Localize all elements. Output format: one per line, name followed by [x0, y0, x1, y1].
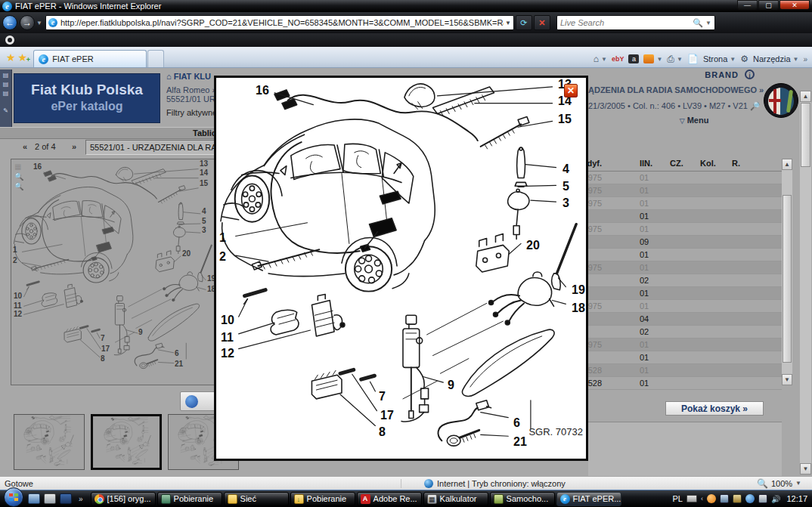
- part-callout-5[interactable]: 5: [202, 217, 206, 225]
- part-callout-12[interactable]: 12: [14, 310, 22, 318]
- part-callout-8[interactable]: 8: [379, 425, 386, 439]
- language-indicator[interactable]: PL: [673, 494, 683, 503]
- part-callout-6[interactable]: 6: [175, 349, 179, 357]
- clock[interactable]: 12:17: [784, 494, 807, 503]
- print-icon[interactable]: ⎙: [667, 54, 674, 64]
- overflow-chevron-icon[interactable]: »: [803, 55, 807, 63]
- page-menu-label[interactable]: Strona: [703, 54, 727, 63]
- ebay-icon[interactable]: ebY: [612, 55, 624, 63]
- tray-chevron-icon[interactable]: ‹: [701, 495, 703, 502]
- part-callout-2[interactable]: 2: [13, 256, 17, 264]
- task-button-calculator[interactable]: ▦Kalkulator: [423, 492, 488, 506]
- part-callout-17[interactable]: 17: [380, 409, 394, 422]
- part-callout-19[interactable]: 19: [572, 283, 585, 297]
- maximize-button[interactable]: ▢: [758, 0, 779, 10]
- part-callout-14[interactable]: 14: [200, 168, 208, 177]
- forward-button[interactable]: →: [20, 15, 35, 30]
- part-callout-3[interactable]: 3: [202, 226, 206, 234]
- meta-search-icon[interactable]: 🔎: [750, 101, 761, 110]
- part-callout-13[interactable]: 13: [200, 159, 208, 168]
- part-callout-7[interactable]: 7: [101, 334, 105, 342]
- part-callout-3[interactable]: 3: [563, 196, 569, 210]
- minimize-button[interactable]: —: [737, 0, 758, 10]
- display-tray-icon[interactable]: [720, 494, 729, 503]
- page-dropdown-icon[interactable]: ▼: [730, 56, 736, 63]
- network-tray-icon[interactable]: [758, 494, 767, 503]
- volume-icon[interactable]: 🔊: [771, 495, 780, 503]
- part-callout-16[interactable]: 16: [33, 162, 42, 171]
- part-callout-16[interactable]: 16: [256, 84, 269, 97]
- task-button-folder[interactable]: Sieć: [224, 492, 289, 506]
- search-input[interactable]: [560, 18, 693, 27]
- start-button[interactable]: [4, 487, 23, 507]
- task-button-folder-download[interactable]: Pobieranie: [290, 492, 355, 506]
- rss-feed-icon[interactable]: [643, 54, 654, 63]
- updater-tray-icon[interactable]: [707, 494, 716, 503]
- left-toolbar-strip[interactable]: ▤▤▤✎: [0, 70, 12, 128]
- part-callout-10[interactable]: 10: [14, 292, 22, 300]
- history-dropdown-icon[interactable]: ▼: [36, 20, 42, 26]
- part-callout-21[interactable]: 21: [175, 360, 183, 368]
- tab-fiat-eper[interactable]: e FIAT ePER: [33, 50, 147, 67]
- zoom-in-icon[interactable]: 🔍: [14, 172, 23, 181]
- task-button-adobe[interactable]: AAdobe Re...: [357, 492, 422, 506]
- page-menu-icon[interactable]: 📄: [687, 54, 699, 64]
- part-callout-17[interactable]: 17: [101, 345, 110, 353]
- add-favorite-icon[interactable]: ★: [18, 51, 28, 63]
- battery-tray-icon[interactable]: [733, 494, 742, 503]
- search-icon[interactable]: 🔍: [693, 18, 703, 28]
- table-scrollbar[interactable]: ▲ ▼: [782, 159, 792, 385]
- back-button[interactable]: ←: [2, 15, 17, 30]
- grid-tool-icon[interactable]: ▦: [14, 162, 23, 171]
- table-scrollbar-thumb[interactable]: [783, 195, 792, 363]
- task-button-car[interactable]: Samocho...: [490, 492, 555, 506]
- print-dropdown-icon[interactable]: ▼: [677, 56, 683, 63]
- home-dropdown-icon[interactable]: ▼: [601, 56, 607, 63]
- thumbnail-2-selected[interactable]: [91, 414, 162, 470]
- part-callout-8[interactable]: 8: [101, 354, 105, 363]
- part-callout-15[interactable]: 15: [558, 113, 572, 126]
- part-callout-2[interactable]: 2: [219, 250, 226, 264]
- part-callout-6[interactable]: 6: [513, 416, 520, 430]
- scroll-down-icon[interactable]: ▼: [800, 463, 811, 475]
- quick-launch-chevron-icon[interactable]: »: [79, 495, 83, 503]
- part-callout-11[interactable]: 11: [14, 301, 22, 310]
- popup-close-button[interactable]: ✕: [564, 84, 578, 97]
- zoom-dropdown-icon[interactable]: ▼: [795, 480, 801, 487]
- new-tab-button[interactable]: [147, 50, 164, 67]
- quick-launch-icon[interactable]: [60, 493, 72, 504]
- scroll-up-icon[interactable]: ▲: [800, 91, 811, 102]
- home-icon[interactable]: ⌂: [594, 54, 599, 64]
- part-callout-21[interactable]: 21: [513, 435, 527, 449]
- url-input[interactable]: [60, 18, 504, 27]
- part-callout-20[interactable]: 20: [182, 249, 191, 258]
- tools-gear-icon[interactable]: ⚙: [740, 54, 748, 64]
- zoom-out-icon[interactable]: 🔍: [14, 182, 23, 190]
- show-cart-button[interactable]: Pokaż koszyk »: [665, 401, 764, 416]
- amazon-icon[interactable]: a: [628, 54, 639, 63]
- part-callout-9[interactable]: 9: [448, 379, 454, 392]
- part-callout-10[interactable]: 10: [221, 314, 234, 327]
- info-icon[interactable]: i: [745, 70, 755, 79]
- tools-menu-label[interactable]: Narzędzia: [753, 54, 791, 63]
- table-scroll-down-icon[interactable]: ▼: [782, 374, 792, 385]
- task-button-chrome[interactable]: [156] oryg...: [91, 492, 156, 506]
- url-dropdown-icon[interactable]: ▼: [505, 20, 511, 26]
- refresh-button[interactable]: ⟳: [516, 15, 532, 30]
- keyboard-icon[interactable]: [686, 495, 697, 502]
- stop-button[interactable]: ✕: [534, 15, 550, 30]
- part-callout-9[interactable]: 9: [138, 328, 143, 336]
- sync-tray-icon[interactable]: [745, 494, 755, 503]
- part-callout-1[interactable]: 1: [219, 231, 226, 245]
- close-button[interactable]: ✕: [779, 0, 810, 10]
- show-desktop-icon[interactable]: [28, 493, 40, 504]
- part-callout-4[interactable]: 4: [563, 162, 569, 176]
- scrollbar-thumb[interactable]: [801, 103, 810, 167]
- toolbar-ring-icon[interactable]: [5, 36, 14, 45]
- diagram-panel[interactable]: ▦ 🔍 🔍 161314154532019181210111279178621: [11, 159, 216, 385]
- table-scroll-up-icon[interactable]: ▲: [782, 159, 792, 170]
- pager-next-button[interactable]: »: [72, 142, 76, 151]
- part-callout-7[interactable]: 7: [379, 390, 386, 403]
- pager-prev-button[interactable]: «: [23, 142, 27, 151]
- switch-windows-icon[interactable]: [44, 493, 56, 504]
